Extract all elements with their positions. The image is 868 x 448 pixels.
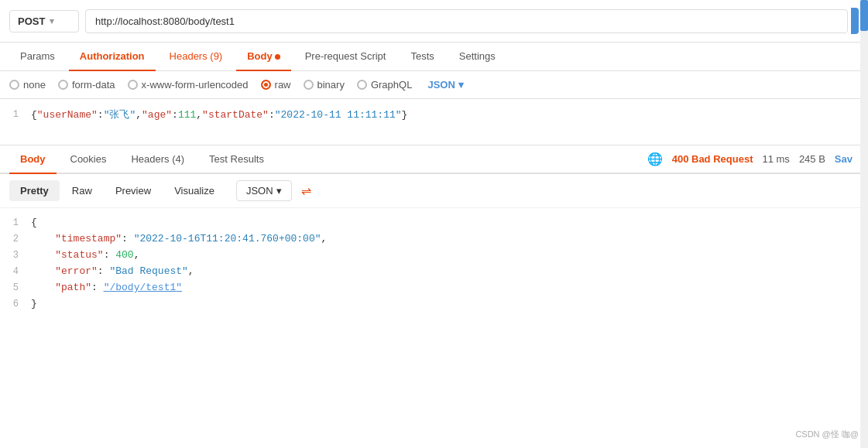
resp-tab-headers[interactable]: Headers (4) [120, 145, 195, 174]
request-body-editor[interactable]: 1 {"userName":"张飞","age":111,"startDate"… [0, 99, 868, 145]
resp-line-2: 2 "timestamp": "2022-10-16T11:20:41.760+… [0, 231, 868, 247]
request-body-code-1: {"userName":"张飞","age":111,"startDate":"… [31, 108, 407, 121]
response-body: 1 { 2 "timestamp": "2022-10-16T11:20:41.… [0, 208, 868, 318]
wrap-icon[interactable]: ⇌ [301, 183, 311, 198]
resp-tab-cookies[interactable]: Cookies [60, 145, 118, 174]
scrollbar-thumb[interactable] [860, 0, 868, 31]
body-type-none[interactable]: none [9, 79, 46, 91]
radio-binary [304, 80, 314, 90]
tab-params[interactable]: Params [9, 43, 66, 71]
resp-time: 11 ms [762, 153, 789, 165]
resp-line-1: 1 { [0, 214, 868, 231]
fmt-pretty[interactable]: Pretty [9, 180, 60, 201]
radio-graphql [357, 80, 367, 90]
resp-line-4: 4 "error": "Bad Request", [0, 263, 868, 279]
fmt-visualize[interactable]: Visualize [163, 180, 225, 201]
body-type-graphql[interactable]: GraphQL [357, 79, 412, 91]
body-type-binary[interactable]: binary [304, 79, 345, 91]
method-selector[interactable]: POST ▾ [9, 10, 79, 32]
status-badge: 400 Bad Request [672, 153, 753, 165]
method-label: POST [18, 15, 45, 27]
tab-settings[interactable]: Settings [448, 43, 506, 71]
url-bar: POST ▾ [0, 0, 868, 43]
tab-authorization[interactable]: Authorization [69, 43, 156, 71]
json-format-selector[interactable]: JSON ▾ [427, 79, 463, 91]
body-type-urlencoded[interactable]: x-www-form-urlencoded [128, 79, 249, 91]
request-body-line-1: 1 {"userName":"张飞","age":111,"startDate"… [0, 105, 868, 124]
resp-json-selector[interactable]: JSON ▾ [236, 180, 292, 201]
body-dot [275, 54, 280, 60]
app-container: POST ▾ Params Authorization Headers (9) … [0, 0, 868, 448]
response-format-bar: Pretty Raw Preview Visualize JSON ▾ ⇌ [0, 174, 868, 208]
radio-raw [261, 80, 271, 90]
watermark: CSDN @怪 咖@ [795, 429, 859, 440]
scrollbar[interactable] [860, 0, 868, 448]
resp-line-3: 3 "status": 400, [0, 247, 868, 263]
save-response-button[interactable]: Sav [835, 153, 853, 165]
resp-tab-body[interactable]: Body [9, 145, 57, 174]
resp-tab-test-results[interactable]: Test Results [198, 145, 275, 174]
fmt-raw[interactable]: Raw [61, 180, 103, 201]
resp-size: 245 B [799, 153, 825, 165]
resp-line-6: 6 } [0, 296, 868, 312]
method-chevron: ▾ [50, 16, 54, 26]
tab-tests[interactable]: Tests [400, 43, 444, 71]
radio-form-data [58, 80, 68, 90]
request-tabs: Params Authorization Headers (9) Body Pr… [0, 43, 868, 71]
line-num-1: 1 [0, 109, 31, 120]
radio-urlencoded [128, 80, 138, 90]
response-tabs-bar: Body Cookies Headers (4) Test Results 🌐 … [0, 145, 868, 174]
body-type-raw[interactable]: raw [261, 79, 291, 91]
tab-headers[interactable]: Headers (9) [159, 43, 234, 71]
response-status-bar: 🌐 400 Bad Request 11 ms 245 B Sav [647, 152, 859, 166]
radio-none [9, 80, 19, 90]
send-button[interactable] [851, 8, 859, 34]
resp-line-5: 5 "path": "/body/test1" [0, 279, 868, 296]
body-type-form-data[interactable]: form-data [58, 79, 115, 91]
globe-icon: 🌐 [647, 152, 663, 166]
url-input[interactable] [85, 9, 848, 33]
tab-pre-request[interactable]: Pre-request Script [294, 43, 397, 71]
fmt-preview[interactable]: Preview [105, 180, 162, 201]
tab-body[interactable]: Body [236, 43, 291, 71]
body-type-bar: none form-data x-www-form-urlencoded raw… [0, 71, 868, 99]
